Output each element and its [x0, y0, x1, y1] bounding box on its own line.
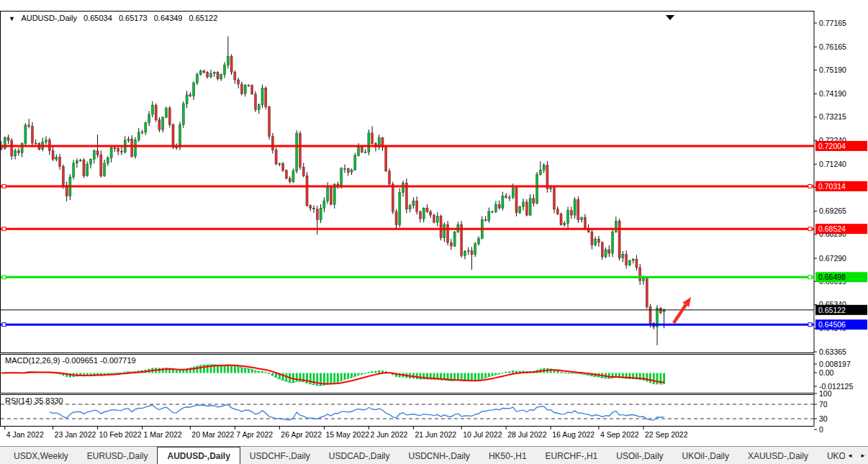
date-tick-label: 10 Feb 2022: [99, 430, 142, 439]
tab-scroll-left-icon[interactable]: ◄: [847, 452, 853, 459]
candle-down: [591, 232, 593, 245]
rsi-title: RSI(14): [5, 396, 32, 405]
candle-up: [193, 83, 195, 96]
candle-up: [502, 196, 504, 209]
hline-anchor-square[interactable]: [2, 323, 6, 327]
hline-anchor-square[interactable]: [808, 323, 812, 327]
candle-down: [533, 199, 535, 204]
candle-down: [17, 151, 19, 153]
candle-up: [628, 260, 630, 265]
chart-tab-xauusd-daily[interactable]: XAUUSD-,Daily: [738, 447, 818, 464]
candle-up: [224, 65, 226, 74]
candle-up: [412, 201, 415, 206]
candle-up: [151, 105, 153, 114]
candle-up: [244, 86, 246, 94]
candle-down: [155, 105, 157, 120]
candle-down: [440, 217, 442, 238]
candle-down: [625, 255, 628, 265]
candle-down: [289, 178, 291, 182]
candle-up: [178, 124, 181, 147]
candle-down: [268, 106, 271, 136]
chart-tab-audusd-daily[interactable]: AUDUSD-,Daily: [157, 447, 240, 464]
chart-tab-usoil-daily[interactable]: USOil-,Daily: [607, 447, 672, 464]
candle-up: [107, 158, 109, 163]
candle-down: [248, 86, 250, 86]
candle-up: [220, 75, 222, 79]
chart-tab-eurusd-daily[interactable]: EURUSD-,Daily: [78, 447, 158, 464]
candle-down: [285, 170, 287, 178]
date-tick-label: 10 Jul 2022: [463, 430, 502, 439]
tab-scroll-buttons: ◄ ►: [845, 447, 868, 464]
candle-up: [199, 71, 202, 75]
candle-up: [543, 165, 545, 170]
chart-tab-usdcad-daily[interactable]: USDCAD-,Daily: [320, 447, 399, 464]
candle-up: [340, 169, 343, 186]
chart-canvas[interactable]: 0.771650.761650.751900.741900.732150.722…: [0, 0, 868, 464]
candle-down: [416, 201, 418, 211]
date-tick-label: 7 Apr 2022: [236, 430, 273, 439]
hline-anchor-square[interactable]: [808, 276, 812, 279]
candle-down: [299, 133, 301, 167]
candle-down: [560, 214, 562, 224]
candle-down: [254, 94, 256, 110]
tab-scroll-right-icon[interactable]: ►: [860, 452, 866, 459]
symbol-dropdown-icon[interactable]: ▼: [9, 15, 15, 22]
candle-up: [612, 232, 614, 253]
chart-tab-usdx-weekly[interactable]: USDX,Weekly: [4, 447, 78, 464]
rsi-indicator-label: RSI(14) 35.8330: [5, 396, 63, 405]
candle-up: [422, 208, 425, 219]
candle-down: [240, 84, 243, 94]
candle-down: [207, 72, 209, 77]
candle-down: [395, 211, 397, 224]
chart-tab-ukoil-da[interactable]: UKOil-,Da: [818, 447, 845, 464]
hline-anchor-square[interactable]: [808, 184, 812, 188]
candle-up: [93, 151, 95, 160]
candle-down: [659, 308, 661, 313]
candle-up: [550, 188, 552, 189]
hline-anchor-square[interactable]: [808, 227, 812, 231]
candle-up: [443, 224, 446, 237]
candle-up: [134, 140, 136, 157]
candle-up: [436, 217, 438, 222]
chart-tabs: USDX,WeeklyEURUSD-,DailyAUDUSD-,DailyUSD…: [0, 447, 845, 464]
candle-down: [117, 148, 119, 151]
price-tick-label: 0.73215: [819, 112, 846, 121]
candle-up: [296, 133, 298, 170]
candle-down: [251, 86, 253, 94]
price-tick-label: 0.75190: [819, 65, 846, 74]
chart-tab-usdchf-daily[interactable]: USDCHF-,Daily: [240, 447, 320, 464]
macd-axis-label: 0.00: [819, 368, 834, 377]
price-level-badge-text: 0.65122: [818, 306, 846, 314]
price-tick-label: 0.71240: [819, 160, 846, 168]
chart-tab-usdcnh-daily[interactable]: USDCNH-,Daily: [399, 447, 479, 464]
chart-tab-hk50-h1[interactable]: HK50-,H1: [479, 447, 536, 464]
hline-anchor-square[interactable]: [2, 276, 6, 279]
date-tick-label: 16 Aug 2022: [552, 430, 595, 439]
candle-up: [148, 114, 150, 123]
candle-up: [368, 133, 370, 152]
candle-up: [409, 206, 411, 209]
main-chart-panel[interactable]: [1, 12, 815, 353]
candle-up: [453, 232, 456, 246]
chart-tab-ukoil-daily[interactable]: UKOil-,Daily: [673, 447, 738, 464]
price-level-badge-text: 0.66498: [818, 273, 846, 281]
candle-up: [492, 211, 494, 212]
candle-down: [172, 124, 174, 147]
candle-down: [484, 220, 487, 221]
hline-anchor-square[interactable]: [2, 184, 6, 188]
candle-down: [100, 155, 102, 176]
candle-down: [556, 209, 559, 214]
candle-down: [168, 108, 171, 124]
candle-down: [639, 268, 641, 281]
candle-up: [508, 197, 510, 198]
candle-up: [141, 132, 143, 133]
macd-indicator-label: MACD(12,26,9) -0.009651 -0.007719: [5, 356, 136, 365]
candle-up: [104, 163, 106, 176]
candle-down: [515, 188, 517, 213]
candle-up: [605, 250, 607, 257]
hline-anchor-square[interactable]: [2, 227, 6, 231]
candle-down: [306, 176, 308, 205]
high-value: 0.65173: [119, 14, 148, 22]
candle-down: [230, 57, 232, 73]
chart-tab-eurchf-h1[interactable]: EURCHF-,H1: [536, 447, 607, 464]
